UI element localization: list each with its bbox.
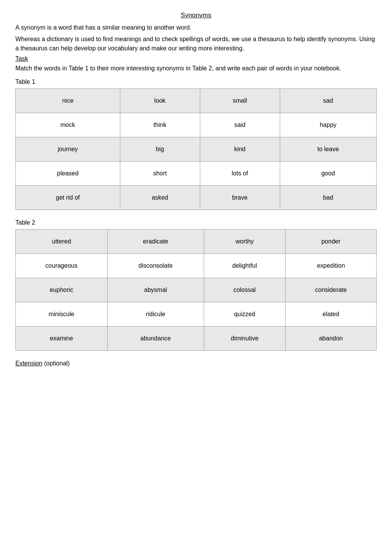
intro-text-1: A synonym is a word that has a similar m… (15, 23, 377, 32)
table1-cell: said (200, 113, 280, 137)
task-text: Match the words in Table 1 to their more… (15, 64, 377, 73)
table2-cell: ridicule (107, 302, 204, 327)
table2-cell: elated (286, 302, 377, 327)
table2-cell: disconsolate (107, 254, 204, 278)
table2-cell: examine (16, 327, 108, 351)
task-label: Task (15, 55, 377, 62)
table1-cell: journey (16, 137, 120, 162)
table1-cell: good (280, 162, 376, 186)
table1-cell: asked (120, 186, 200, 210)
table2-cell: euphoric (16, 278, 108, 302)
table2-cell: delightful (204, 254, 285, 278)
table2-cell: abysmal (107, 278, 204, 302)
table2-cell: worthy (204, 230, 285, 254)
table2-cell: uttered (16, 230, 108, 254)
table2-cell: colossal (204, 278, 285, 302)
table2-cell: diminutive (204, 327, 285, 351)
table2-cell: abundance (107, 327, 204, 351)
table1-cell: look (120, 89, 200, 113)
table1-cell: mock (16, 113, 120, 137)
table1-cell: pleased (16, 162, 120, 186)
table2-cell: abandon (286, 327, 377, 351)
table1-cell: think (120, 113, 200, 137)
intro-text-2: Whereas a dictionary is used to find mea… (15, 35, 377, 53)
table1-cell: kind (200, 137, 280, 162)
table1: nicelooksmallsadmockthinksaidhappyjourne… (15, 88, 377, 210)
table2: utterederadicateworthypondercourageousdi… (15, 229, 377, 351)
table2-cell: miniscule (16, 302, 108, 327)
page-title: Synonyms (15, 12, 377, 19)
extension-link[interactable]: Extension (15, 360, 42, 367)
table2-cell: ponder (286, 230, 377, 254)
table1-cell: get rid of (16, 186, 120, 210)
extension-label: Extension (optional) (15, 360, 377, 367)
table1-cell: happy (280, 113, 376, 137)
extension-suffix: (optional) (42, 360, 70, 367)
table1-cell: nice (16, 89, 120, 113)
table2-cell: quizzed (204, 302, 285, 327)
table1-label: Table 1 (15, 78, 377, 85)
table2-label: Table 2 (15, 219, 377, 226)
table2-cell: eradicate (107, 230, 204, 254)
table1-cell: bad (280, 186, 376, 210)
table1-cell: big (120, 137, 200, 162)
table2-cell: courageous (16, 254, 108, 278)
table1-cell: brave (200, 186, 280, 210)
table1-cell: short (120, 162, 200, 186)
table1-cell: small (200, 89, 280, 113)
table2-cell: expedition (286, 254, 377, 278)
table1-cell: sad (280, 89, 376, 113)
table1-cell: to leave (280, 137, 376, 162)
table1-cell: lots of (200, 162, 280, 186)
table2-cell: considerate (286, 278, 377, 302)
